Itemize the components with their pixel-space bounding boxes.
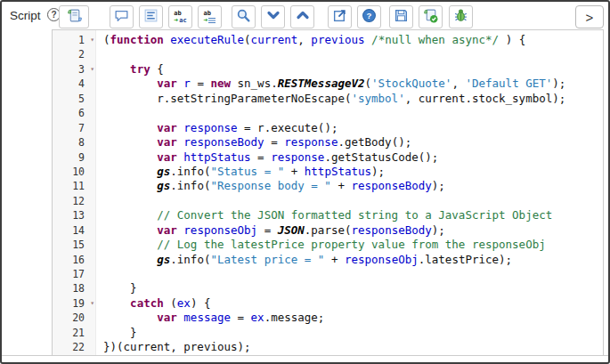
line-number: 9 bbox=[53, 150, 96, 165]
script-icon bbox=[67, 8, 82, 27]
expand-editor-button[interactable]: > bbox=[575, 5, 604, 28]
comment-icon bbox=[114, 8, 129, 27]
code-text: (function executeRule(current, previous … bbox=[96, 33, 525, 47]
line-number: 18 bbox=[53, 281, 96, 295]
code-line[interactable]: 1▾(function executeRule(current, previou… bbox=[53, 33, 603, 47]
code-text: // Log the latestPrice property value fr… bbox=[96, 238, 546, 252]
code-text: var response = r.execute(); bbox=[96, 121, 338, 135]
code-text: catch (ex) { bbox=[96, 296, 210, 311]
code-line[interactable]: 16 gs.info("Latest price = " + responseO… bbox=[53, 253, 603, 267]
line-number: 14 bbox=[53, 223, 96, 238]
code-line[interactable]: 21 } bbox=[53, 326, 603, 340]
code-line[interactable]: 17 bbox=[53, 267, 603, 281]
code-text: } bbox=[96, 281, 137, 295]
code-text: var message = ex.message; bbox=[96, 311, 324, 325]
code-lines[interactable]: 1▾(function executeRule(current, previou… bbox=[53, 30, 603, 355]
code-text: var httpStatus = response.getStatusCode(… bbox=[96, 150, 438, 165]
popout-icon bbox=[332, 8, 347, 27]
code-line[interactable]: 3▾ try { bbox=[53, 62, 603, 77]
syntax-check-icon bbox=[423, 8, 438, 27]
green-arrow-icon: ➜ bbox=[204, 17, 208, 24]
debug-icon bbox=[453, 8, 468, 27]
line-number: 8 bbox=[53, 135, 96, 150]
code-text: } bbox=[96, 326, 137, 340]
line-number: 10 bbox=[53, 165, 96, 179]
green-arrow-icon: ➜ bbox=[174, 17, 178, 24]
fold-arrow-icon[interactable]: ▾ bbox=[90, 33, 94, 47]
code-line[interactable]: 2 bbox=[53, 47, 603, 61]
code-text bbox=[96, 106, 103, 120]
line-number: 21 bbox=[53, 326, 96, 340]
format-code-icon bbox=[143, 8, 159, 27]
chevron-up-icon bbox=[296, 8, 310, 26]
bottom-divider bbox=[2, 355, 608, 356]
search-icon bbox=[236, 8, 251, 27]
code-line[interactable]: 19▾ catch (ex) { bbox=[53, 296, 603, 311]
syntax-check-button[interactable] bbox=[419, 5, 443, 28]
line-number: 13 bbox=[53, 208, 96, 222]
field-label: Script bbox=[10, 9, 41, 22]
line-number: 3▾ bbox=[53, 62, 96, 77]
code-line[interactable]: 10 gs.info("Status = " + httpStatus); bbox=[53, 165, 603, 179]
code-text: var r = new sn_ws.RESTMessageV2('StockQu… bbox=[96, 77, 565, 91]
code-text: gs.info("Response body = " + responseBod… bbox=[96, 179, 445, 193]
line-number: 15 bbox=[53, 238, 96, 252]
code-line[interactable]: 9 var httpStatus = response.getStatusCod… bbox=[53, 150, 603, 165]
fold-arrow-icon[interactable]: ▾ bbox=[90, 296, 94, 311]
line-number: 16 bbox=[53, 253, 96, 267]
help-icon: ? bbox=[362, 8, 377, 27]
code-line[interactable]: 11 gs.info("Response body = " + response… bbox=[53, 179, 603, 193]
line-number: 12 bbox=[53, 194, 96, 208]
line-number: 11 bbox=[53, 179, 96, 193]
code-text bbox=[96, 267, 103, 281]
open-in-new-window-button[interactable] bbox=[328, 5, 352, 28]
line-number: 4 bbox=[53, 77, 96, 91]
code-line[interactable]: 6 bbox=[53, 106, 603, 120]
save-icon bbox=[394, 8, 409, 27]
line-number: 6 bbox=[53, 106, 96, 120]
debug-button[interactable] bbox=[449, 5, 473, 28]
script-fields-button[interactable] bbox=[59, 5, 89, 28]
code-text: // Convert the JSON formatted string to … bbox=[96, 208, 552, 222]
fold-arrow-icon[interactable]: ▾ bbox=[90, 62, 94, 77]
code-text: var responseBody = response.getBody(); bbox=[96, 135, 411, 150]
code-line[interactable]: 20 var message = ex.message; bbox=[53, 311, 603, 325]
code-line[interactable]: 18 } bbox=[53, 281, 603, 295]
code-line[interactable]: 5 r.setStringParameterNoEscape('symbol',… bbox=[53, 92, 603, 106]
help-button[interactable]: ? bbox=[357, 5, 381, 28]
line-number: 7 bbox=[53, 121, 96, 135]
replace-all-button[interactable]: ab ➜ bbox=[198, 5, 222, 28]
code-line[interactable]: 8 var responseBody = response.getBody(); bbox=[53, 135, 603, 150]
code-line[interactable]: 7 var response = r.execute(); bbox=[53, 121, 603, 135]
replace-all-icon: ab ➜ bbox=[204, 11, 216, 24]
code-editor[interactable]: 1▾(function executeRule(current, previou… bbox=[52, 29, 604, 355]
code-line[interactable]: 4 var r = new sn_ws.RESTMessageV2('Stock… bbox=[53, 77, 603, 91]
code-line[interactable]: 15 // Log the latestPrice property value… bbox=[53, 238, 603, 252]
save-button[interactable] bbox=[389, 5, 413, 28]
code-text: })(current, previous); bbox=[96, 340, 251, 354]
line-number: 19▾ bbox=[53, 296, 96, 311]
code-text: try { bbox=[96, 62, 164, 77]
toggle-comment-button[interactable] bbox=[110, 5, 134, 28]
find-previous-button[interactable] bbox=[290, 5, 314, 28]
line-number: 1▾ bbox=[53, 33, 96, 47]
code-text: gs.info("Latest price = " + responseObj.… bbox=[96, 253, 512, 267]
line-number: 17 bbox=[53, 267, 96, 281]
code-line[interactable]: 22})(current, previous); bbox=[53, 340, 603, 354]
svg-text:?: ? bbox=[367, 10, 372, 20]
line-number: 20 bbox=[53, 311, 96, 325]
find-next-button[interactable] bbox=[261, 5, 285, 28]
format-code-button[interactable] bbox=[139, 5, 163, 28]
line-number: 22 bbox=[53, 340, 96, 354]
code-text bbox=[96, 47, 103, 61]
replace-icon: ab ➜ac bbox=[174, 11, 186, 24]
code-line[interactable]: 14 var responseObj = JSON.parse(response… bbox=[53, 223, 603, 238]
replace-icon-text-bottom: ac bbox=[179, 17, 186, 24]
code-text: gs.info("Status = " + httpStatus); bbox=[96, 165, 385, 179]
replace-button[interactable]: ab ➜ac bbox=[168, 5, 192, 28]
code-line[interactable]: 12 bbox=[53, 194, 603, 208]
search-button[interactable] bbox=[232, 5, 256, 28]
script-editor-toolbar: ab ➜ac ab ➜ bbox=[59, 4, 478, 29]
code-text: r.setStringParameterNoEscape('symbol', c… bbox=[96, 92, 565, 106]
code-line[interactable]: 13 // Convert the JSON formatted string … bbox=[53, 208, 603, 222]
